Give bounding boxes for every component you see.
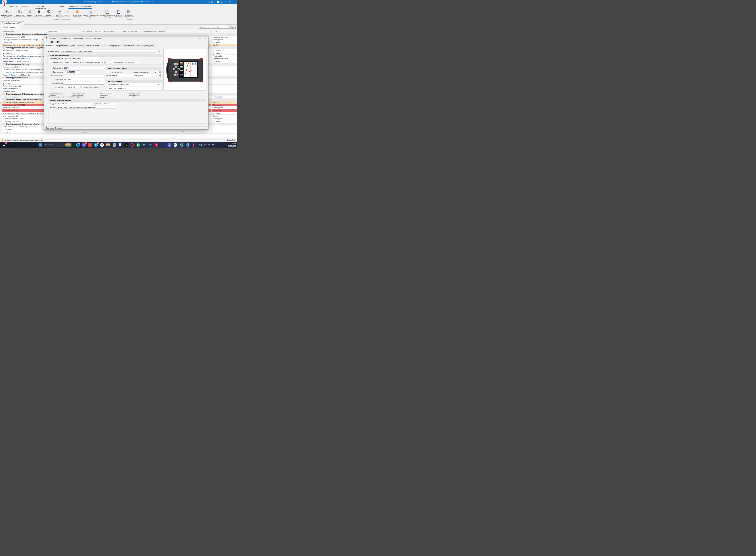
- acrobat-icon[interactable]: A: [154, 143, 159, 147]
- view-card-button[interactable]: ⚙Просмотреть карточку элемента: [13, 9, 26, 18]
- column-header-0[interactable]: Наименование: [2, 30, 46, 33]
- tab-equipment-registry[interactable]: Реестр оборудования (30)×: [0, 22, 24, 25]
- search-button[interactable]: Поиск: [228, 26, 235, 29]
- table-row[interactable]: ГСО меди9шт.: [0, 131, 237, 134]
- location-address-field[interactable]: г. Минск, ул. Сенная. д. 18: [107, 87, 161, 90]
- viber-icon[interactable]: ✆1: [82, 143, 86, 147]
- menu-item-0[interactable]: Главная: [9, 5, 18, 7]
- tab-close-icon[interactable]: ×: [22, 22, 23, 24]
- dialog-maximize-icon[interactable]: □: [199, 37, 200, 39]
- dialog-tab-3[interactable]: Связанные методы: [84, 44, 102, 47]
- close-button[interactable]: ✕: [233, 1, 236, 3]
- language-indicator[interactable]: РУС: [199, 144, 202, 146]
- xlab-icon[interactable]: [191, 143, 196, 147]
- dialog-tab-0[interactable]: Основное: [45, 44, 55, 47]
- maximize-button[interactable]: ❐: [228, 1, 231, 3]
- writeoff-barcode-button[interactable]: Списать материалы по штрих-коду: [99, 9, 115, 18]
- dialog-tab-4[interactable]: ТО: [101, 44, 107, 47]
- period-spinner[interactable]: 12▲▼: [153, 71, 160, 73]
- manage-kits-button[interactable]: Управление комплектами: [72, 9, 82, 18]
- dialog-subtab-3[interactable]: Юридическая информация: [128, 92, 141, 95]
- explorer-icon[interactable]: [106, 143, 110, 147]
- movement-journal-button[interactable]: Журнал учета движения оборудования: [82, 9, 99, 18]
- mark-damage-button[interactable]: Отметить повреждение: [54, 9, 65, 18]
- save-icon[interactable]: [46, 41, 48, 43]
- excel-icon[interactable]: X: [179, 143, 184, 147]
- not-applied-checkbox[interactable]: [107, 71, 109, 73]
- search-input[interactable]: [199, 26, 228, 29]
- minimize-button[interactable]: —: [223, 1, 227, 3]
- kind-input[interactable]: [63, 57, 104, 60]
- yandex-icon[interactable]: Y: [100, 143, 104, 147]
- collapse-chevron-icon[interactable]: ∨: [3, 93, 4, 95]
- precursor-checkbox[interactable]: [182, 131, 184, 133]
- column-header-2[interactable]: Остаток: [85, 30, 93, 33]
- column-header-8[interactable]: Статус: [212, 30, 237, 33]
- opera-icon[interactable]: [130, 143, 135, 147]
- photos-icon[interactable]: [167, 143, 172, 147]
- software-version-input[interactable]: [63, 78, 104, 81]
- stop-icon[interactable]: ■: [221, 1, 222, 3]
- release-date-picker[interactable]: 01.08.2024▼: [63, 71, 80, 73]
- journal-dropdown[interactable]: Журнал регистрации состояния окружающей …: [56, 106, 116, 109]
- serial-input[interactable]: [63, 67, 104, 69]
- taskbar-search[interactable]: Поиск: [43, 143, 72, 147]
- dialog-tab-7[interactable]: Журнал перемещения: [135, 44, 154, 47]
- column-header-7[interactable]: Прекурсор: [157, 30, 212, 33]
- view-documentation-button[interactable]: Просмотреть документацию: [108, 61, 140, 64]
- main-kind-dropdown[interactable]: калибровка▼: [118, 74, 160, 77]
- todoist-icon[interactable]: ✓27: [88, 143, 92, 147]
- tray-expand-icon[interactable]: ∧: [196, 144, 197, 146]
- telegram-icon[interactable]: 12: [94, 143, 98, 147]
- collapse-chevron-icon[interactable]: ∨: [3, 33, 4, 35]
- dialog-tab-6[interactable]: Верификация: [122, 44, 136, 47]
- dialog-tab-5[interactable]: Реестр ремонтов: [106, 44, 122, 47]
- dialog-tab-1[interactable]: Метрологическая оценка: [55, 44, 76, 47]
- menu-item-1[interactable]: Работы: [21, 5, 30, 7]
- mark-move-button[interactable]: Отметить движение ∨: [35, 9, 43, 18]
- collapse-chevron-icon[interactable]: ∨: [3, 47, 4, 48]
- wifi-icon[interactable]: [204, 144, 206, 146]
- dialog-close-icon[interactable]: ×: [205, 37, 206, 39]
- collapse-chevron-icon[interactable]: ∨: [3, 63, 4, 65]
- clock-date[interactable]: 15:45 20.08.2025: [228, 142, 236, 147]
- dialog-subtab-2[interactable]: Автоматическое получение данных: [99, 92, 114, 96]
- commissioning-date-picker[interactable]: 23.12.2024▼: [63, 85, 80, 89]
- add-equipment-button[interactable]: ⚙+Добавить новое оборудование: [0, 9, 13, 18]
- auto-mode-checkbox[interactable]: ✓: [48, 96, 50, 98]
- battery-icon[interactable]: [212, 144, 215, 146]
- column-header-1[interactable]: Заводской №▼: [46, 30, 85, 33]
- weather-icon[interactable]: ☁ 2: [1, 143, 6, 147]
- delete-item-button[interactable]: ⚙✕Удалить элемент: [26, 9, 34, 18]
- play-icon[interactable]: ▶: [217, 1, 219, 3]
- name-input[interactable]: [60, 50, 156, 53]
- snipping-icon[interactable]: ✂: [118, 143, 122, 147]
- collapse-chevron-icon[interactable]: ∨: [3, 77, 4, 78]
- writeoff-report-button[interactable]: Отчет по списаниям: [115, 9, 122, 18]
- manufacturer-search-icon[interactable]: [105, 61, 108, 64]
- edit-icon[interactable]: ✎: [159, 50, 160, 52]
- dialog-subtab-0[interactable]: Вспомогательные данные: [48, 92, 65, 95]
- collapse-chevron-icon[interactable]: ∨: [3, 99, 4, 100]
- whatsapp-icon[interactable]: [136, 143, 141, 147]
- volume-muted-icon[interactable]: ✕: [208, 144, 210, 146]
- settings-icon[interactable]: ⚙: [148, 143, 153, 147]
- start-icon[interactable]: [38, 143, 42, 147]
- calculator-icon[interactable]: [112, 143, 116, 147]
- column-header-6[interactable]: Инвентарный №: [142, 30, 157, 33]
- dialog-tab-2[interactable]: Файлы: [77, 44, 85, 47]
- location-place-field[interactable]: Испытательная лаборатория•••: [107, 83, 161, 86]
- collapse-chevron-icon[interactable]: ∨: [3, 123, 4, 125]
- more-icon[interactable]: ⋯: [161, 50, 162, 52]
- menu-item-3[interactable]: Персонал: [55, 5, 65, 7]
- column-header-4[interactable]: Вид материала: [102, 30, 122, 33]
- column-header-5[interactable]: Действительно до: [122, 30, 142, 33]
- ip-input[interactable]: [56, 102, 91, 105]
- manufacturer-input[interactable]: [63, 61, 104, 64]
- column-header-3[interactable]: Ед. изм.: [93, 30, 102, 33]
- pass-verification-button[interactable]: Пройти верификацию: [44, 9, 53, 18]
- edge-icon[interactable]: [76, 143, 80, 147]
- menu-item-4[interactable]: Управление оборудованием: [68, 5, 92, 7]
- location-more-icon[interactable]: •••: [158, 84, 160, 85]
- onec-icon[interactable]: j: [173, 143, 178, 147]
